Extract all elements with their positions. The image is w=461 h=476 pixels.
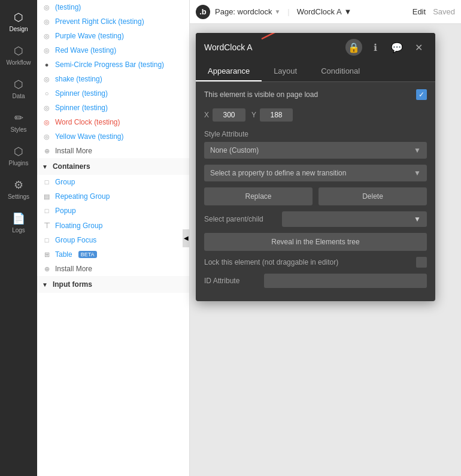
panel-header: WordClock A 🔒 ℹ 💬 ✕ [196, 33, 435, 62]
radio-icon: ◎ [42, 18, 51, 26]
sidebar: ⬡ Design ⬡ Workflow ⬡ Data ✏ Styles ⬡ Pl… [0, 0, 37, 476]
visible-label: This element is visible on page load [204, 90, 416, 99]
sidebar-item-logs[interactable]: 📄 Logs [0, 206, 37, 239]
list-item[interactable]: ◎ Spinner (testing) [37, 101, 189, 115]
wordclock-caret-icon: ▼ [344, 7, 352, 16]
repeating-group-icon: ▤ [42, 193, 51, 201]
transition-caret-icon: ▼ [414, 169, 421, 177]
sidebar-item-plugins-label: Plugins [9, 160, 29, 166]
containers-section-header[interactable]: ▼ Containers [37, 158, 189, 175]
panel-body: This element is visible on page load ✓ X… [196, 82, 435, 301]
saved-label: Saved [433, 7, 455, 16]
radio-icon: ◎ [42, 47, 51, 54]
list-item[interactable]: ○ Spinner (testing) [37, 86, 189, 101]
parent-child-dropdown[interactable]: ▼ [282, 211, 427, 227]
plugins-icon: ⬡ [14, 145, 23, 158]
table-icon: ⊞ [42, 251, 51, 259]
sidebar-item-design[interactable]: ⬡ Design [0, 5, 37, 38]
install-more-button-2[interactable]: ⊕ Install More [37, 262, 189, 276]
radio-icon: ◎ [42, 119, 51, 126]
page-selector[interactable]: Page: wordclock ▼ [215, 7, 280, 16]
tab-conditional[interactable]: Conditional [309, 62, 372, 81]
top-bar: .b Page: wordclock ▼ | WordClock A ▼ Edi… [190, 0, 461, 24]
workflow-icon: ⬡ [14, 44, 23, 57]
close-icon[interactable]: ✕ [410, 39, 427, 56]
main-canvas: .b Page: wordclock ▼ | WordClock A ▼ Edi… [190, 0, 461, 476]
delete-button[interactable]: Delete [319, 187, 427, 205]
id-attribute-input[interactable] [264, 274, 427, 288]
page-caret-icon: ▼ [274, 8, 280, 15]
style-dropdown-caret-icon: ▼ [414, 146, 421, 154]
action-buttons: Replace Delete [204, 187, 427, 205]
style-attribute-dropdown[interactable]: None (Custom) ▼ [204, 142, 427, 159]
x-input[interactable] [213, 108, 245, 122]
sidebar-item-styles-label: Styles [10, 126, 26, 133]
list-item-floating-group[interactable]: ⊤ Floating Group [37, 218, 189, 233]
y-input[interactable] [260, 108, 293, 122]
sidebar-item-workflow[interactable]: ⬡ Workflow [0, 38, 37, 72]
collapse-panel-arrow[interactable]: ◀ [183, 229, 190, 247]
dot-icon: ● [42, 61, 51, 68]
list-item[interactable]: ◎ Red Wave (testing) [37, 43, 189, 57]
sidebar-item-logs-label: Logs [12, 227, 25, 234]
group-focus-icon: □ [42, 237, 51, 244]
visible-checkbox[interactable]: ✓ [416, 89, 427, 100]
replace-button[interactable]: Replace [204, 187, 313, 205]
list-item-table[interactable]: ⊞ Table BETA [37, 247, 189, 262]
wordclock-label: WordClock A [297, 7, 342, 16]
parent-child-label: Select parent/child [204, 215, 282, 223]
list-item[interactable]: ◎ Prevent Right Click (testing) [37, 14, 189, 29]
list-item[interactable]: ◎ (testing) [37, 0, 189, 14]
list-item-group-focus[interactable]: □ Group Focus [37, 233, 189, 247]
list-item-group[interactable]: □ Group [37, 175, 189, 189]
lock-icon[interactable]: 🔒 [345, 39, 362, 56]
sidebar-item-data-label: Data [12, 93, 25, 99]
transition-dropdown[interactable]: Select a property to define a new transi… [204, 165, 427, 181]
edit-label[interactable]: Edit [413, 7, 426, 16]
style-attribute-label: Style Attribute [204, 130, 427, 138]
list-item[interactable]: ● Semi-Circle Progress Bar (testing) [37, 57, 189, 72]
beta-badge: BETA [78, 251, 97, 258]
tab-appearance[interactable]: Appearance [196, 62, 262, 81]
list-item-repeating-group[interactable]: ▤ Repeating Group [37, 189, 189, 204]
element-list-panel: ◎ (testing) ◎ Prevent Right Click (testi… [37, 0, 190, 476]
input-forms-section-header[interactable]: ▼ Input forms [37, 276, 189, 293]
styles-icon: ✏ [14, 111, 23, 125]
list-item[interactable]: ◎ Yellow Wave (testing) [37, 129, 189, 144]
sidebar-item-data[interactable]: ⬡ Data [0, 72, 37, 105]
install-more-button[interactable]: ⊕ Install More [37, 144, 189, 158]
lock-row: Lock this element (not draggable in edit… [204, 257, 427, 268]
id-row: ID Attribute [204, 274, 427, 288]
sidebar-item-plugins[interactable]: ⬡ Plugins [0, 139, 37, 172]
logo: .b [196, 5, 210, 19]
radio-icon: ◎ [42, 4, 51, 11]
sidebar-item-design-label: Design [9, 26, 28, 32]
lock-label: Lock this element (not draggable in edit… [204, 258, 416, 266]
sidebar-item-settings-label: Settings [8, 193, 29, 200]
panel-title: WordClock A [204, 43, 341, 52]
lock-checkbox[interactable] [416, 257, 427, 268]
list-item[interactable]: ◎ Purple Wave (testing) [37, 29, 189, 43]
list-item-word-clock[interactable]: ◎ Word Clock (testing) [37, 115, 189, 129]
xy-row: X Y [204, 108, 427, 122]
id-attribute-label: ID Attribute [204, 277, 264, 285]
reveal-button[interactable]: Reveal in the Elements tree [204, 233, 427, 251]
x-label: X [204, 111, 209, 119]
page-label: Page: wordclock [215, 7, 272, 16]
sidebar-item-settings[interactable]: ⚙ Settings [0, 172, 37, 206]
y-group: Y [251, 108, 293, 122]
list-item[interactable]: ◎ shake (testing) [37, 72, 189, 86]
radio-icon: ◎ [42, 133, 51, 141]
element-list: ◎ (testing) ◎ Prevent Right Click (testi… [37, 0, 190, 476]
sidebar-item-styles[interactable]: ✏ Styles [0, 105, 37, 139]
plus-circle-icon: ⊕ [42, 147, 51, 155]
wordclock-selector[interactable]: WordClock A ▼ [297, 7, 352, 16]
chat-icon[interactable]: 💬 [389, 39, 405, 56]
group-icon: □ [42, 178, 51, 186]
info-icon[interactable]: ℹ [367, 39, 384, 56]
y-label: Y [251, 111, 256, 119]
list-item-popup[interactable]: □ Popup [37, 204, 189, 218]
data-icon: ⬡ [14, 78, 23, 91]
parent-child-row: Select parent/child ▼ [204, 211, 427, 227]
tab-layout[interactable]: Layout [262, 62, 309, 81]
